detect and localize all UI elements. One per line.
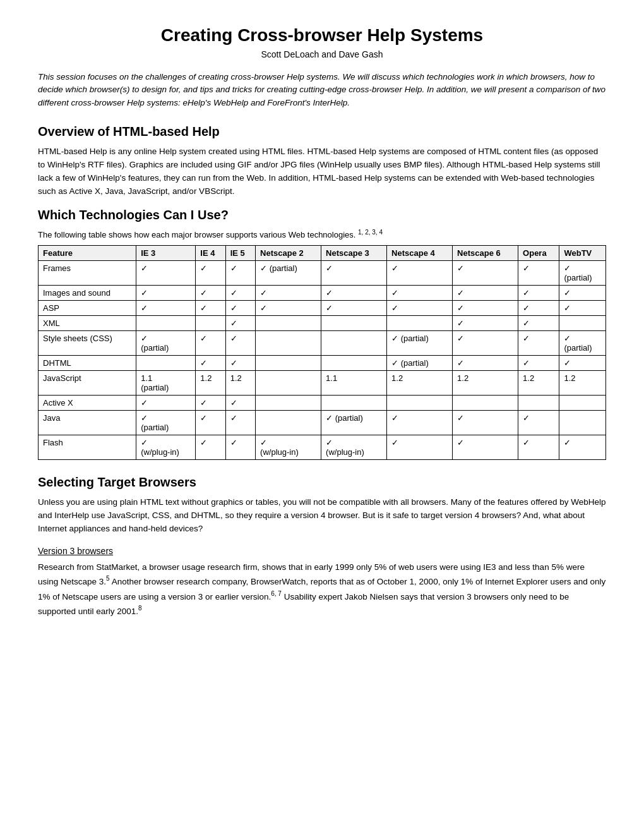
table-cell: ✓ <box>321 285 387 300</box>
table-cell <box>196 315 225 330</box>
version3-sup3: 8 <box>138 605 142 612</box>
table-cell: ✓ (partial) <box>321 410 387 435</box>
table-cell: ✓ <box>136 285 196 300</box>
table-cell: ✓ <box>453 410 518 435</box>
table-cell: ✓ <box>225 435 255 459</box>
abstract-text: This session focuses on the challenges o… <box>38 71 606 109</box>
table-cell: Style sheets (CSS) <box>39 330 136 355</box>
table-cell <box>136 355 196 370</box>
table-cell: ✓ <box>196 395 225 410</box>
table-cell: ✓ <box>387 260 453 285</box>
table-cell: ✓ <box>225 285 255 300</box>
table-cell: 1.2 <box>518 370 559 395</box>
table-cell: ✓(w/plug-in) <box>136 435 196 459</box>
table-cell: ✓ <box>387 410 453 435</box>
table-cell: ✓ <box>136 300 196 315</box>
table-cell: XML <box>39 315 136 330</box>
table-cell: ✓ <box>453 315 518 330</box>
table-cell <box>559 315 606 330</box>
page-title: Creating Cross-browser Help Systems <box>38 25 606 45</box>
table-cell: ✓ (partial) <box>256 260 321 285</box>
table-cell: ✓(partial) <box>136 410 196 435</box>
table-cell: ✓ (partial) <box>387 355 453 370</box>
table-cell <box>256 370 321 395</box>
table-cell: ✓ <box>387 435 453 459</box>
table-cell <box>256 410 321 435</box>
table-cell: ✓ <box>387 285 453 300</box>
table-cell: ✓ <box>453 260 518 285</box>
table-cell: ✓ <box>225 260 255 285</box>
target-browsers-body: Unless you are using plain HTML text wit… <box>38 496 606 536</box>
table-cell: ✓ <box>196 300 225 315</box>
table-cell <box>518 395 559 410</box>
version3-sup2: 6, 7 <box>271 590 282 597</box>
table-cell <box>321 315 387 330</box>
table-cell: ✓ <box>256 285 321 300</box>
table-cell: ✓ <box>225 355 255 370</box>
table-cell <box>256 395 321 410</box>
table-cell: ✓ <box>196 330 225 355</box>
table-cell: ✓ <box>518 285 559 300</box>
col-header-ie4: IE 4 <box>196 245 225 260</box>
table-cell: ✓ <box>453 285 518 300</box>
table-cell: ✓ <box>453 330 518 355</box>
table-cell <box>256 330 321 355</box>
table-cell <box>256 355 321 370</box>
table-cell: ✓ <box>559 300 606 315</box>
table-cell <box>387 395 453 410</box>
table-cell: ✓ <box>321 300 387 315</box>
table-cell: ✓(w/plug-in) <box>321 435 387 459</box>
table-cell: DHTML <box>39 355 136 370</box>
table-cell: ✓ <box>387 300 453 315</box>
table-cell: 1.2 <box>387 370 453 395</box>
table-cell: ✓ <box>196 285 225 300</box>
table-cell <box>453 395 518 410</box>
browser-support-table: Feature IE 3 IE 4 IE 5 Netscape 2 Netsca… <box>38 245 606 460</box>
table-cell: 1.2 <box>196 370 225 395</box>
col-header-ns3: Netscape 3 <box>321 245 387 260</box>
table-cell: JavaScript <box>39 370 136 395</box>
table-cell: ✓(w/plug-in) <box>256 435 321 459</box>
overview-body: HTML-based Help is any online Help syste… <box>38 145 606 198</box>
table-cell: Flash <box>39 435 136 459</box>
table-cell: ✓ <box>518 355 559 370</box>
table-cell <box>321 395 387 410</box>
table-cell: ✓ <box>453 435 518 459</box>
table-cell: ✓ <box>559 285 606 300</box>
table-cell: ✓ <box>136 260 196 285</box>
table-cell <box>256 315 321 330</box>
table-cell: ✓ <box>518 300 559 315</box>
col-header-webtv: WebTV <box>559 245 606 260</box>
table-cell: ✓ <box>225 330 255 355</box>
table-cell: ✓ <box>196 260 225 285</box>
col-header-ns4: Netscape 4 <box>387 245 453 260</box>
table-cell: ✓(partial) <box>559 260 606 285</box>
table-cell <box>321 330 387 355</box>
table-cell: ✓ (partial) <box>387 330 453 355</box>
table-cell: Frames <box>39 260 136 285</box>
table-cell <box>559 410 606 435</box>
table-cell: ✓ <box>196 435 225 459</box>
overview-title: Overview of HTML-based Help <box>38 124 606 139</box>
table-cell: ✓ <box>196 410 225 435</box>
technologies-title: Which Technologies Can I Use? <box>38 208 606 222</box>
table-cell: ✓ <box>256 300 321 315</box>
table-cell: ✓ <box>559 355 606 370</box>
version3-subtitle: Version 3 browsers <box>38 546 606 556</box>
version3-body: Research from StatMarket, a browser usag… <box>38 561 606 619</box>
table-cell: ✓(partial) <box>559 330 606 355</box>
table-cell: ✓ <box>559 435 606 459</box>
table-cell: 1.1(partial) <box>136 370 196 395</box>
table-cell <box>321 355 387 370</box>
table-cell: ✓ <box>225 395 255 410</box>
table-cell: 1.2 <box>559 370 606 395</box>
table-cell: ✓ <box>518 410 559 435</box>
table-cell: 1.2 <box>225 370 255 395</box>
table-cell: ✓ <box>136 395 196 410</box>
target-browsers-title: Selecting Target Browsers <box>38 475 606 490</box>
table-cell: ✓ <box>518 435 559 459</box>
col-header-opera: Opera <box>518 245 559 260</box>
table-cell: ✓ <box>321 260 387 285</box>
table-cell: ASP <box>39 300 136 315</box>
table-cell: ✓ <box>453 355 518 370</box>
